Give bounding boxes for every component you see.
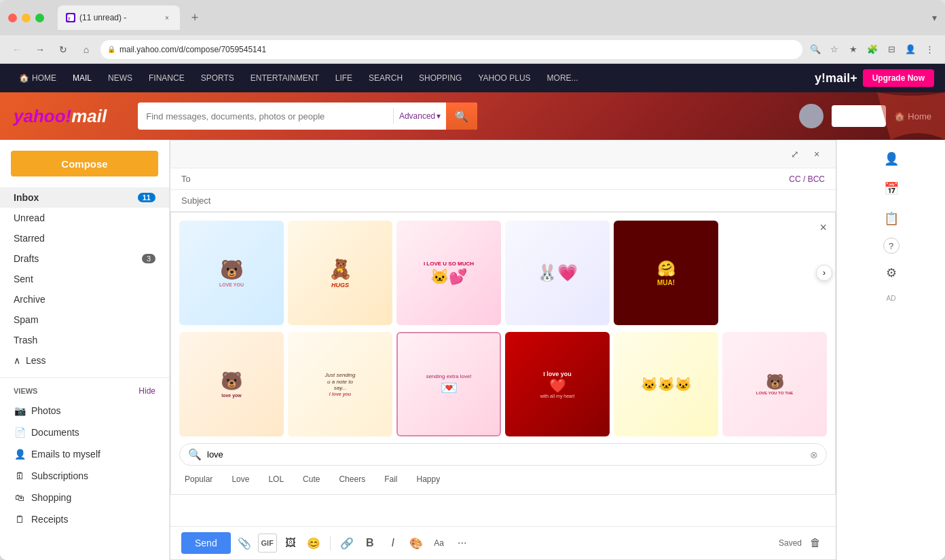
settings-panel-button[interactable]: ⚙ <box>881 262 902 284</box>
home-button[interactable]: ⌂ <box>77 41 95 58</box>
sticker-toolbar-button[interactable]: 🖼 <box>281 534 300 553</box>
menu-icon[interactable]: ⋮ <box>922 42 937 57</box>
topnav-shopping[interactable]: SHOPPING <box>411 64 470 92</box>
star-icon[interactable]: ★ <box>846 42 861 57</box>
send-button[interactable]: Send <box>181 532 231 554</box>
search-advanced-button[interactable]: Advanced ▾ <box>399 111 441 121</box>
sticker-cat-love[interactable]: Love <box>226 472 255 486</box>
sidebar-item-emails-to-myself[interactable]: 👤 Emails to myself <box>0 443 169 465</box>
sidebar-item-photos[interactable]: 📷 Photos <box>0 400 169 422</box>
help-panel-button[interactable]: ? <box>883 238 900 254</box>
user-profile-icon[interactable]: 👤 <box>903 42 918 57</box>
search-submit-button[interactable]: 🔍 <box>446 102 477 130</box>
sticker-item-just-sending[interactable]: Just sendingu a note tosay... I love you <box>288 332 392 436</box>
search-address-icon[interactable]: 🔍 <box>808 42 823 57</box>
notepad-panel-button[interactable]: 📋 <box>881 208 902 229</box>
link-toolbar-button[interactable]: 🔗 <box>337 534 356 553</box>
tab-close-button[interactable]: × <box>162 13 172 22</box>
sidebar-item-unread[interactable]: Unread <box>0 208 169 228</box>
bookmark-icon[interactable]: ☆ <box>827 42 842 57</box>
tab-dropdown-button[interactable]: ▾ <box>932 12 937 23</box>
compose-button[interactable]: Compose <box>11 151 158 176</box>
sticker-item-love-you-to[interactable]: 🐻 LOVE YOU TO THE <box>722 332 827 436</box>
url-bar[interactable]: 🔒 mail.yahoo.com/d/compose/7059545141 <box>100 40 802 59</box>
brand-text: yahoo!mail <box>14 105 107 127</box>
topnav-home[interactable]: 🏠 HOME <box>11 64 64 92</box>
topnav-news-label: NEWS <box>108 73 132 83</box>
sticker-search-input[interactable] <box>207 449 804 460</box>
delete-draft-button[interactable]: 🗑 <box>806 534 825 553</box>
minimize-window-button[interactable] <box>22 14 31 22</box>
extension-icon[interactable]: 🧩 <box>865 42 880 57</box>
subject-input[interactable] <box>221 195 825 206</box>
more-options-toolbar-button[interactable]: ··· <box>453 534 472 553</box>
sticker-item-minion[interactable]: 🤗 MUA! <box>614 221 718 325</box>
sidebar-item-trash[interactable]: Trash <box>0 330 169 350</box>
views-hide-button[interactable]: Hide <box>138 386 155 396</box>
sticker-item-sending-love[interactable]: sending extra love! 💌 <box>396 332 501 436</box>
compose-close-button[interactable]: × <box>809 146 825 162</box>
topnav-yahoo-plus[interactable]: YAHOO PLUS <box>470 64 538 92</box>
saved-status-label: Saved <box>779 538 802 548</box>
sticker-cat-cute[interactable]: Cute <box>297 472 325 486</box>
upgrade-now-button[interactable]: Upgrade Now <box>863 69 934 87</box>
back-button[interactable]: ← <box>8 41 26 58</box>
color-toolbar-button[interactable]: 🎨 <box>407 534 426 553</box>
topnav-sports[interactable]: SPORTS <box>193 64 242 92</box>
sticker-item-brown-bear[interactable]: 🐻 love yow <box>179 332 284 436</box>
italic-toolbar-button[interactable]: I <box>384 534 403 553</box>
sidebar-item-sent[interactable]: Sent <box>0 269 169 289</box>
close-window-button[interactable] <box>8 14 17 22</box>
topnav-mail[interactable]: MAIL <box>64 64 100 92</box>
sticker-item-love-you-bear[interactable]: 🐻 LOVE YOU <box>179 221 284 325</box>
sticker-item-hugs[interactable]: 🧸 HUGS <box>288 221 392 325</box>
sidebar-item-starred[interactable]: Starred <box>0 228 169 248</box>
maximize-window-button[interactable] <box>35 14 44 22</box>
sticker-item-bunny-hearts[interactable]: 🐰💗 <box>505 221 610 325</box>
sidebar-item-inbox[interactable]: Inbox 11 <box>0 187 169 208</box>
sticker-cat-cheers[interactable]: Cheers <box>333 472 371 486</box>
font-size-toolbar-button[interactable]: Aa <box>430 534 449 553</box>
refresh-button[interactable]: ↻ <box>54 41 72 58</box>
bold-toolbar-button[interactable]: B <box>360 534 379 553</box>
sticker-cat-popular[interactable]: Popular <box>179 472 218 486</box>
sidebar-item-shopping[interactable]: 🛍 Shopping <box>0 487 169 508</box>
home-link[interactable]: 🏠 Home <box>894 111 931 122</box>
to-input[interactable] <box>221 174 783 184</box>
attach-toolbar-button[interactable]: 📎 <box>235 534 254 553</box>
app-area: 🏠 HOME MAIL NEWS FINANCE SPORTS ENTERTAI… <box>0 64 945 560</box>
sidebar-item-less[interactable]: ∧ Less <box>0 350 169 371</box>
new-tab-button[interactable]: + <box>185 8 204 27</box>
gif-toolbar-button[interactable]: GIF <box>258 534 277 553</box>
sidebar-item-documents[interactable]: 📄 Documents <box>0 422 169 443</box>
sticker-item-love-cats[interactable]: I LOVE U SO MUCH 🐱💕 <box>396 221 501 325</box>
compose-expand-button[interactable]: ⤢ <box>787 146 803 162</box>
topnav-search[interactable]: SEARCH <box>360 64 411 92</box>
sidebar-item-spam[interactable]: Spam <box>0 310 169 330</box>
forward-button[interactable]: → <box>31 41 49 58</box>
sticker-next-arrow[interactable]: › <box>816 265 832 281</box>
sidebar-item-subscriptions[interactable]: 🗓 Subscriptions <box>0 465 169 487</box>
sidebar-toggle-icon[interactable]: ⊟ <box>884 42 899 57</box>
sticker-cat-lol[interactable]: LOL <box>263 472 289 486</box>
topnav-news[interactable]: NEWS <box>100 64 141 92</box>
sidebar-item-archive[interactable]: Archive <box>0 289 169 310</box>
sidebar-item-drafts[interactable]: Drafts 3 <box>0 248 169 269</box>
cc-bcc-button[interactable]: CC / BCC <box>789 174 825 184</box>
sticker-cat-fail[interactable]: Fail <box>379 472 403 486</box>
user-avatar[interactable] <box>799 104 823 128</box>
emoji-toolbar-button[interactable]: 😊 <box>304 534 323 553</box>
topnav-entertainment[interactable]: ENTERTAINMENT <box>242 64 327 92</box>
sticker-item-heart[interactable]: I love you ❤️ with all my heart <box>505 332 610 436</box>
topnav-life[interactable]: LIFE <box>327 64 360 92</box>
sticker-cat-happy[interactable]: Happy <box>411 472 445 486</box>
contacts-panel-button[interactable]: 👤 <box>881 148 902 170</box>
sticker-search-clear-button[interactable]: ⊗ <box>810 449 818 460</box>
calendar-panel-button[interactable]: 📅 <box>881 178 902 200</box>
topnav-finance[interactable]: FINANCE <box>141 64 193 92</box>
search-input[interactable] <box>146 111 388 122</box>
browser-tab-active[interactable]: y (11 unread) - × <box>58 5 180 30</box>
sticker-item-cats-row[interactable]: 🐱🐱🐱 <box>614 332 718 436</box>
topnav-more[interactable]: MORE... <box>539 64 587 92</box>
sidebar-item-receipts[interactable]: 🗒 Receipts <box>0 508 169 530</box>
